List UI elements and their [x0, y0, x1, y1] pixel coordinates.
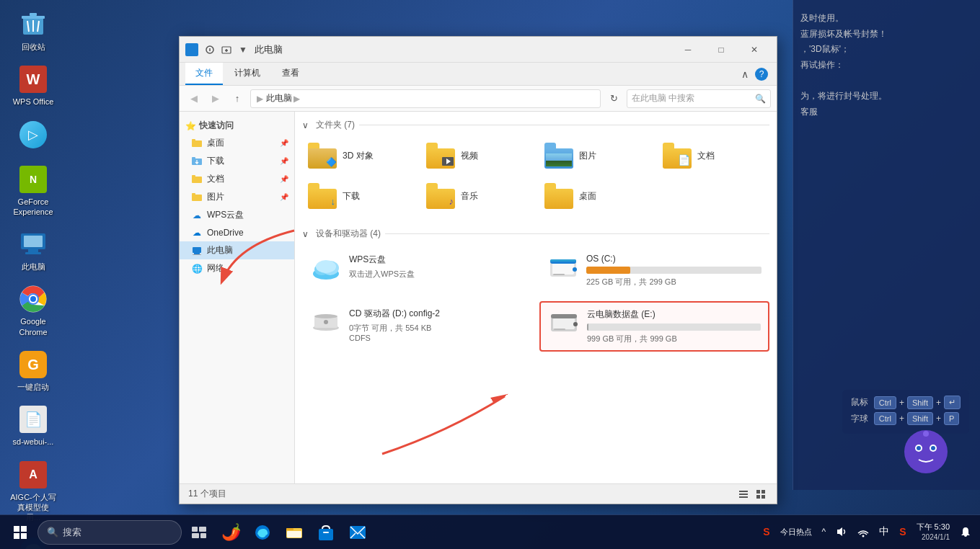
desktop-folder-icon — [191, 138, 203, 149]
address-path[interactable]: ▶ 此电脑 ▶ — [250, 89, 601, 108]
tray-chevron[interactable]: ^ — [819, 525, 829, 538]
svg-rect-70 — [21, 526, 27, 532]
folder-docs[interactable]: 📄 文档 — [657, 138, 769, 173]
svg-rect-65 — [756, 495, 760, 499]
ribbon-tab-view[interactable]: 查看 — [272, 63, 309, 85]
close-button[interactable]: ✕ — [738, 37, 771, 63]
folder-pictures[interactable]: 图片 — [539, 138, 651, 173]
geforce-label: GeForceExperience — [13, 197, 53, 218]
svg-rect-34 — [192, 177, 202, 183]
folder-music[interactable]: ♪ 音乐 — [420, 179, 533, 213]
tiles-view-btn[interactable] — [754, 487, 768, 501]
sidebar-item-desktop[interactable]: 桌面 📌 — [180, 134, 294, 152]
onedrive-icon: ☁ — [191, 227, 203, 238]
qa-new-folder-btn[interactable] — [219, 43, 234, 57]
svg-rect-36 — [192, 195, 202, 201]
sidebar-item-downloads[interactable]: 下载 📌 — [180, 152, 294, 170]
folder-downloads[interactable]: ↓ 下载 — [302, 179, 415, 213]
svg-rect-37 — [192, 193, 195, 195]
taskbar-edge[interactable] — [248, 518, 277, 547]
wps-cloud-drive-icon — [310, 254, 342, 282]
window-controls: ─ □ ✕ — [671, 37, 771, 63]
ribbon-tabs: 文件 计算机 查看 ∧ ? — [180, 63, 777, 85]
folder-docs-icon: 📄 — [663, 143, 692, 169]
svg-rect-31 — [192, 139, 195, 141]
search-box[interactable]: 在此电脑 中搜索 🔍 — [627, 89, 771, 108]
sdwebui-icon: 📄 — [19, 405, 48, 434]
folder-3d[interactable]: 🔷 3D 对象 — [302, 138, 415, 173]
svg-rect-72 — [21, 533, 27, 539]
taskbar: 🔍 搜索 🌶️ — [0, 514, 980, 549]
tray-hotspot[interactable]: 今日热点 — [777, 525, 815, 539]
taskbar-task-view[interactable] — [185, 518, 213, 547]
ribbon-collapse-btn[interactable]: ∧ — [738, 67, 752, 81]
svg-point-53 — [314, 314, 337, 318]
minimize-button[interactable]: ─ — [671, 37, 705, 63]
desktop-icon-recycle[interactable]: 回收站 — [7, 7, 59, 55]
desktop-icon-wps[interactable]: W WPS Office — [7, 62, 59, 110]
desktop-icon-sdwebui[interactable]: 📄 sd-webui-... — [7, 402, 59, 450]
sidebar-item-docs[interactable]: 文档 📌 — [180, 170, 294, 188]
sidebar-item-wps-cloud[interactable]: ☁ WPS云盘 — [180, 206, 294, 224]
tray-clock[interactable]: 下午 5:30 2024/1/1 — [914, 520, 953, 544]
maximize-button[interactable]: □ — [705, 37, 738, 63]
drive-wps-cloud[interactable]: WPS云盘 双击进入WPS云盘 — [302, 247, 532, 294]
tray-ime[interactable]: 中 — [876, 524, 892, 540]
tray-notification[interactable] — [957, 525, 974, 539]
forward-button[interactable]: ▶ — [207, 90, 224, 107]
up-button[interactable]: ↑ — [229, 90, 246, 107]
refresh-button[interactable]: ↻ — [605, 90, 622, 107]
drive-c[interactable]: OS (C:) 225 GB 可用，共 299 GB — [539, 247, 769, 294]
network-icon: 🌐 — [191, 263, 203, 274]
yijian-label: 一键启动 — [17, 382, 49, 392]
title-bar-icon — [185, 43, 198, 56]
back-button[interactable]: ◀ — [185, 90, 203, 107]
drive-d[interactable]: CD 驱动器 (D:) config-2 0字节 可用，共 554 KB CDF… — [302, 301, 532, 352]
svg-rect-7 — [24, 236, 43, 247]
start-button[interactable] — [6, 518, 35, 547]
drive-e[interactable]: 云电脑数据盘 (E:) 999 GB 可用，共 999 GB — [539, 301, 769, 352]
sidebar-item-pictures[interactable]: 图片 📌 — [180, 188, 294, 206]
help-btn[interactable]: ? — [755, 68, 768, 81]
details-view-btn[interactable] — [736, 487, 751, 501]
sidebar-item-thispc[interactable]: 此电脑 — [180, 241, 294, 259]
taskbar-search[interactable]: 🔍 搜索 — [37, 520, 182, 545]
desktop-icon-pc[interactable]: 此电脑 — [7, 227, 59, 274]
ctrl-key-2: Ctrl — [874, 412, 896, 425]
qa-dropdown-btn[interactable]: ▼ — [236, 43, 250, 57]
desktop-icon-yijian[interactable]: G 一键启动 — [7, 347, 59, 395]
sidebar-item-network[interactable]: 🌐 网络 — [180, 259, 294, 277]
drives-section-header: ∨ 设备和驱动器 (4) — [302, 228, 769, 240]
sidebar-item-onedrive[interactable]: ☁ OneDrive — [180, 224, 294, 241]
desktop-icon-geforce[interactable]: N GeForceExperience — [7, 162, 59, 220]
folder-desktop-icon — [544, 183, 573, 209]
chrome-label: GoogleChrome — [19, 316, 47, 337]
folder-desktop[interactable]: 桌面 — [539, 179, 651, 213]
e-drive-progress — [587, 323, 761, 331]
qa-properties-btn[interactable] — [203, 43, 217, 57]
ribbon-tab-file[interactable]: 文件 — [185, 63, 223, 85]
recycle-label: 回收站 — [22, 42, 45, 52]
pc-label: 此电脑 — [22, 262, 45, 272]
recycle-icon — [19, 10, 48, 39]
sidebar-quick-access-header[interactable]: ⭐ 快速访问 — [180, 117, 294, 134]
taskbar-chili[interactable]: 🌶️ — [216, 518, 245, 547]
desktop-icon-chrome[interactable]: GoogleChrome — [7, 282, 59, 340]
title-bar: ▼ 此电脑 ─ □ ✕ — [180, 37, 777, 63]
svg-rect-2 — [30, 13, 37, 16]
tray-network[interactable] — [855, 525, 872, 539]
tray-sogou2[interactable]: S — [896, 525, 909, 539]
desktop-icon-move[interactable]: ▷ — [7, 117, 59, 155]
tray-volume[interactable] — [833, 525, 850, 539]
taskbar-store[interactable] — [312, 518, 340, 547]
ribbon-tab-computer[interactable]: 计算机 — [224, 63, 270, 85]
svg-rect-82 — [323, 532, 329, 533]
pin-icon-pics: 📌 — [280, 193, 288, 201]
svg-rect-35 — [192, 175, 195, 177]
tray-sogou[interactable]: S — [760, 525, 772, 539]
taskbar-explorer[interactable] — [280, 518, 309, 547]
c-drive-progress — [586, 267, 762, 274]
taskbar-mail[interactable] — [343, 518, 372, 547]
shift-key-1: Shift — [907, 396, 933, 409]
folder-video[interactable]: 视频 — [420, 138, 533, 173]
